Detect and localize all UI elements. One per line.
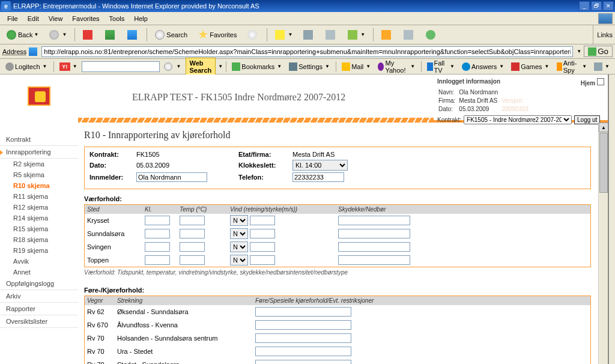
mail-button-yahoo[interactable]: Mail▼	[339, 61, 374, 72]
answers-button[interactable]: Answers▼	[459, 61, 507, 72]
nav-r14[interactable]: R14 skjema	[0, 213, 78, 223]
fore-input[interactable]	[255, 360, 351, 364]
menu-view[interactable]: View	[44, 14, 68, 23]
yahoo-toolbar: Logitech▼ Y!▼ ▼ Web Search ▼ Bookmarks▼ …	[0, 59, 615, 74]
temp-input[interactable]	[180, 216, 205, 225]
vaerforhold-label: Værforhold:	[84, 195, 591, 202]
telefon-input[interactable]	[292, 172, 344, 182]
refresh-button[interactable]	[101, 28, 121, 41]
settings-button[interactable]: Settings▼	[286, 61, 333, 72]
ie-throbber-icon	[598, 13, 613, 24]
favorites-button[interactable]: Favorites	[194, 28, 241, 41]
sted-value: Svingen	[85, 242, 142, 252]
fore-input[interactable]	[255, 307, 351, 317]
styrke-input[interactable]	[250, 229, 275, 238]
fore-input[interactable]	[255, 347, 351, 356]
fore-input[interactable]	[255, 320, 351, 330]
styrke-input[interactable]	[250, 255, 275, 265]
games-button[interactable]: Games▼	[508, 61, 552, 72]
nav-rapporter[interactable]: Rapporter	[0, 303, 78, 315]
nav-r19[interactable]: R19 skjema	[0, 245, 78, 256]
maximize-button[interactable]: 🗗	[591, 1, 602, 11]
print-button[interactable]	[299, 28, 319, 41]
innmelder-input[interactable]	[136, 172, 207, 182]
history-button[interactable]	[243, 28, 263, 41]
stop-button[interactable]	[79, 28, 98, 41]
falltv-button[interactable]: Fall TV▼	[424, 58, 458, 75]
kl-input[interactable]	[145, 255, 170, 265]
close-button[interactable]: ✕	[603, 1, 614, 11]
sky-input[interactable]	[338, 216, 410, 225]
styrke-input[interactable]	[250, 216, 275, 225]
websearch-dropdown[interactable]: ▼	[218, 64, 223, 69]
nav-avvik[interactable]: Avvik	[0, 256, 78, 267]
back-button[interactable]: Back ▼	[2, 28, 43, 41]
search-button[interactable]: Search	[151, 28, 192, 41]
search-dropdown[interactable]: ▼	[161, 61, 184, 72]
stop-icon	[83, 30, 92, 40]
address-dropdown[interactable]: ▼	[577, 49, 581, 54]
scroll-thumb[interactable]	[599, 133, 608, 193]
edit-button[interactable]	[321, 28, 341, 41]
menu-file[interactable]: File	[2, 14, 23, 23]
mail-button[interactable]: ▼	[271, 28, 297, 41]
go-button[interactable]: Go	[584, 46, 613, 57]
home-link[interactable]: Hjem	[581, 80, 595, 86]
kl-input[interactable]	[145, 216, 170, 225]
temp-input[interactable]	[180, 229, 205, 238]
people-button[interactable]	[422, 28, 441, 41]
forward-button[interactable]: ▼	[45, 28, 71, 41]
minimize-button[interactable]: _	[579, 1, 590, 11]
temp-input[interactable]	[180, 255, 205, 265]
home-button[interactable]	[123, 28, 143, 41]
retning-select[interactable]: N	[230, 255, 248, 265]
nav-r10[interactable]: R10 skjema	[0, 180, 78, 191]
menu-edit[interactable]: Edit	[23, 14, 44, 23]
retning-select[interactable]: N	[230, 228, 248, 239]
retning-select[interactable]: N	[230, 241, 248, 252]
folder-button[interactable]	[377, 28, 397, 41]
scroll-up-button[interactable]: ▲	[599, 123, 608, 132]
kl-input[interactable]	[145, 242, 170, 252]
address-input[interactable]	[41, 46, 573, 57]
nav-oversikt[interactable]: Oversiktslister	[0, 315, 78, 328]
sky-input[interactable]	[338, 242, 410, 252]
nav-arkiv[interactable]: Arkiv	[0, 290, 78, 303]
nav-oppfolging[interactable]: Oppfølgingslogg	[0, 278, 78, 290]
bookmarks-button[interactable]: Bookmarks▼	[229, 61, 285, 72]
web-search-button[interactable]: Web Search	[186, 58, 216, 76]
nav-r12[interactable]: R12 skjema	[0, 202, 78, 213]
vertical-scrollbar[interactable]: ▲ ▼	[598, 123, 608, 364]
nav-r11[interactable]: R11 skjema	[0, 191, 78, 202]
menu-favorites[interactable]: Favorites	[67, 14, 104, 23]
yahoo-search-input[interactable]	[82, 61, 160, 72]
klokkeslett-select[interactable]: Kl. 14:00	[292, 160, 348, 171]
onenote-button[interactable]	[399, 28, 419, 41]
antispy-button[interactable]: Anti-Spy▼	[554, 58, 590, 75]
sky-input[interactable]	[338, 255, 410, 265]
fld-etat-label: Etat/firma:	[238, 151, 292, 158]
sky-input[interactable]	[338, 229, 410, 238]
nav-kontrakt[interactable]: Kontrakt	[0, 133, 78, 146]
home-small-icon[interactable]	[597, 78, 604, 85]
links-panel[interactable]: Links	[593, 25, 613, 44]
yahoo-button[interactable]: Y!▼	[56, 61, 80, 72]
nav-annet[interactable]: Annet	[0, 267, 78, 278]
retning-select[interactable]: N	[230, 215, 248, 226]
menu-help[interactable]: Help	[129, 14, 153, 23]
nav-r5[interactable]: R5 skjema	[0, 169, 78, 180]
myyahoo-button[interactable]: My Yahoo!▼	[375, 58, 418, 75]
vaer-row: Svingen N	[85, 240, 590, 253]
kl-input[interactable]	[145, 229, 170, 238]
fore-input[interactable]	[255, 333, 351, 343]
styrke-input[interactable]	[250, 242, 275, 252]
nav-r2[interactable]: R2 skjema	[0, 159, 78, 169]
messenger-button[interactable]: ▼	[344, 28, 369, 41]
pencil-button[interactable]: ▼	[591, 61, 613, 72]
nav-r18[interactable]: R18 skjema	[0, 234, 78, 245]
logitech-button[interactable]: Logitech▼	[2, 61, 50, 72]
temp-input[interactable]	[180, 242, 205, 252]
nav-r15[interactable]: R15 skjema	[0, 223, 78, 234]
menu-tools[interactable]: Tools	[105, 14, 130, 23]
nav-innrapportering[interactable]: Innrapportering	[0, 146, 78, 159]
